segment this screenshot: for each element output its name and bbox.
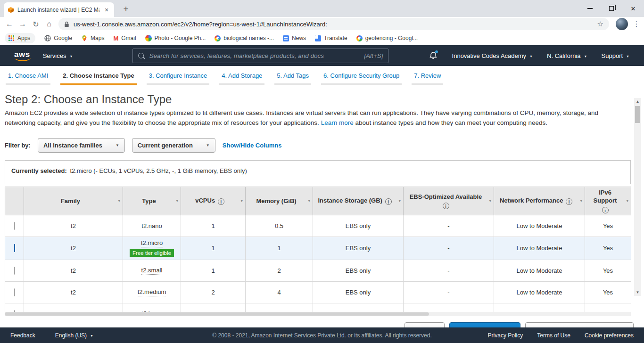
aws-footer: Feedback English (US) ▼ © 2008 - 2021, A… [0, 327, 644, 343]
col-header-memory[interactable]: Memory (GiB) ▾ [246, 187, 313, 215]
window-restore-button[interactable] [601, 0, 622, 17]
home-icon[interactable]: ⌂ [42, 18, 56, 30]
generation-dropdown[interactable]: Current generation ▼ [132, 138, 215, 153]
sort-caret-icon[interactable]: ▾ [489, 198, 491, 204]
sort-caret-icon[interactable]: ▾ [626, 198, 628, 204]
bookmark-biological-names[interactable]: biological names -... [215, 35, 274, 41]
instance-family-dropdown[interactable]: All instance families ▼ [38, 138, 125, 153]
bookmark-maps[interactable]: Maps [81, 35, 104, 41]
tab-close-icon[interactable]: × [103, 6, 110, 14]
restore-icon [609, 6, 614, 11]
sort-caret-icon[interactable]: ▾ [240, 198, 243, 204]
learn-more-link[interactable]: Learn more [321, 119, 354, 126]
step-choose-ami[interactable]: 1. Choose AMI [6, 72, 50, 85]
scroll-up-icon[interactable]: ▲ [634, 98, 641, 105]
cell-family: t2 [24, 215, 123, 237]
scrollbar-thumb[interactable] [5, 312, 429, 316]
col-label: Family [61, 197, 80, 204]
step-choose-instance-type[interactable]: 2. Choose Instance Type [60, 72, 136, 85]
instance-type-link[interactable]: t2.small [141, 267, 163, 275]
step-configure-instance[interactable]: 3. Configure Instance [147, 72, 210, 85]
cell-ipv6-support: Yes [585, 215, 631, 237]
step-configure-security-group[interactable]: 6. Configure Security Group [321, 72, 402, 85]
bookmark-apps[interactable]: Apps [5, 33, 35, 43]
language-selector[interactable]: English (US) ▼ [55, 332, 93, 339]
col-label: vCPUs [195, 197, 215, 204]
col-header-ebs-optimized[interactable]: EBS-Optimized Available i ▾ [404, 187, 494, 215]
instance-type-link[interactable]: t2.micro [141, 239, 163, 247]
address-bar[interactable]: us-west-1.console.aws.amazon.com/ec2/v2/… [58, 18, 609, 30]
step-add-storage[interactable]: 4. Add Storage [219, 72, 264, 85]
profile-avatar[interactable] [616, 18, 628, 30]
browser-tab[interactable]: Launch instance wizard | EC2 Ma × [4, 2, 114, 17]
row-checkbox[interactable] [14, 288, 15, 296]
cookie-preferences-link[interactable]: Cookie preferences [585, 332, 634, 339]
window-close-button[interactable]: ✕ [622, 0, 644, 17]
step-add-tags[interactable]: 5. Add Tags [274, 72, 311, 85]
instance-type-link[interactable]: t2.medium [138, 288, 166, 296]
support-menu[interactable]: Support ▼ [602, 52, 629, 59]
bookmark-label: Apps [17, 35, 30, 41]
region-menu[interactable]: N. California ▼ [547, 52, 587, 59]
terms-of-use-link[interactable]: Terms of Use [537, 332, 570, 339]
cell-network-performance: Low to Moderate [494, 281, 585, 303]
back-icon[interactable]: ← [3, 18, 16, 30]
row-checkbox[interactable] [14, 267, 15, 275]
info-icon[interactable]: i [385, 198, 392, 205]
search-input[interactable] [148, 52, 364, 60]
services-menu[interactable]: Services ▼ [43, 52, 73, 59]
feedback-link[interactable]: Feedback [10, 332, 35, 339]
info-icon[interactable]: i [602, 207, 609, 213]
notifications-bell-icon[interactable] [429, 51, 438, 60]
sort-caret-icon[interactable]: ▾ [398, 198, 401, 204]
globe-icon [44, 35, 51, 41]
window-minimize-button[interactable] [579, 0, 601, 17]
scroll-down-icon[interactable]: ▼ [634, 289, 641, 296]
sort-caret-icon[interactable]: ▾ [118, 198, 120, 204]
col-header-instance-storage[interactable]: Instance Storage (GB) i ▾ [313, 187, 404, 215]
apps-grid-icon [8, 35, 15, 41]
table-horizontal-scrollbar[interactable] [5, 312, 631, 316]
aws-logo[interactable]: aws [14, 50, 30, 59]
bookmark-geofencing[interactable]: geofencing - Googl... [356, 35, 418, 41]
family-dropdown-value: All instance families [43, 142, 102, 149]
show-hide-columns-link[interactable]: Show/Hide Columns [223, 142, 282, 149]
bookmark-photos[interactable]: Photo - Google Ph... [145, 35, 206, 41]
col-header-vcpus[interactable]: vCPUs i ▾ [181, 187, 246, 215]
sort-caret-icon[interactable]: ▾ [308, 198, 310, 204]
new-tab-button[interactable]: + [120, 3, 132, 15]
account-menu[interactable]: Innovative Codes Academy ▼ [452, 52, 533, 59]
bookmark-translate[interactable]: Translate [315, 35, 347, 41]
page-vertical-scrollbar[interactable]: ▲ ▼ [634, 98, 641, 296]
bookmark-gmail[interactable]: M Gmail [113, 35, 136, 42]
forward-icon[interactable]: → [16, 18, 29, 30]
row-checkbox[interactable] [14, 222, 15, 230]
services-label: Services [43, 52, 66, 59]
browser-menu-icon[interactable]: ⋮ [632, 20, 641, 28]
col-header-family[interactable]: Family ▾ [24, 187, 123, 215]
search-shortcut: [Alt+S] [364, 52, 383, 59]
info-icon[interactable]: i [566, 198, 572, 205]
bookmark-star-icon[interactable]: ☆ [597, 20, 603, 28]
aws-search-box[interactable]: [Alt+S] [132, 49, 388, 63]
col-header-ipv6-support[interactable]: IPv6 Support i ▾ [585, 187, 631, 215]
row-checkbox-checked[interactable] [14, 244, 15, 252]
sort-caret-icon[interactable]: ▾ [176, 198, 178, 204]
step-review[interactable]: 7. Review [412, 72, 443, 85]
chevron-down-icon: ▼ [584, 55, 587, 58]
sort-caret-icon[interactable]: ▾ [580, 198, 582, 204]
chevron-down-icon: ▼ [626, 55, 629, 58]
reload-icon[interactable]: ↻ [29, 18, 42, 30]
currently-selected-box: Currently selected: t2.micro (- ECUs, 1 … [5, 160, 631, 184]
info-icon[interactable]: i [443, 203, 449, 209]
instance-type-table: Family ▾ Type ▾ vCPUs i ▾ Memory (GiB) [5, 187, 631, 312]
cell-memory: 2 [246, 260, 313, 281]
privacy-policy-link[interactable]: Privacy Policy [488, 332, 523, 339]
scrollbar-thumb[interactable] [635, 106, 640, 123]
col-header-network-performance[interactable]: Network Performance i ▾ [494, 187, 585, 215]
bookmark-google[interactable]: Google [44, 35, 72, 41]
google-news-icon [283, 35, 289, 41]
info-icon[interactable]: i [218, 198, 224, 205]
bookmark-news[interactable]: News [283, 35, 306, 41]
col-header-type[interactable]: Type ▾ [123, 187, 181, 215]
